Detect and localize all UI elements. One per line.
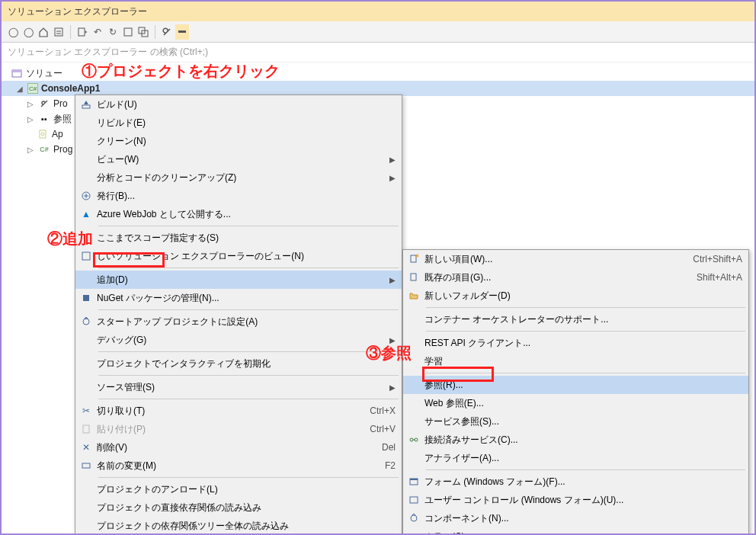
expander-icon[interactable]: ▷ [26, 146, 35, 154]
wrench-icon [38, 98, 50, 110]
svg-rect-22 [410, 479, 418, 480]
menu-separator [98, 226, 399, 226]
usercontrol-icon [403, 495, 424, 505]
menu-scope[interactable]: ここまでスコープ指定する(S) [75, 229, 402, 247]
submenu-webref[interactable]: Web 参照(E)... [403, 394, 748, 412]
menu-rebuild[interactable]: リビルド(E) [75, 114, 402, 132]
menu-separator [426, 307, 745, 308]
csfile-icon: C# [38, 143, 50, 155]
menu-rename[interactable]: 名前の変更(M) F2 [75, 457, 402, 475]
publish-icon [75, 191, 97, 201]
expander-icon[interactable]: ▷ [26, 100, 35, 108]
newitem-icon [403, 254, 424, 264]
context-menu: ビルド(U) リビルド(E) クリーン(N) ビュー(W) ▶ 分析とコードのク… [75, 95, 402, 535]
forward-icon[interactable]: ◯ [21, 25, 35, 39]
menu-view[interactable]: ビュー(W) ▶ [75, 150, 402, 168]
expander-icon[interactable]: ◢ [15, 85, 24, 93]
undo-icon[interactable]: ↶ [91, 25, 104, 39]
menu-separator [98, 375, 399, 376]
menu-separator [98, 351, 399, 352]
menu-deps[interactable]: プロジェクトの直接依存関係の読み込み [75, 498, 402, 517]
menu-debug[interactable]: デバッグ(G) ▶ [75, 331, 402, 349]
separator [155, 25, 155, 39]
svg-rect-15 [83, 425, 89, 433]
home-icon[interactable] [37, 25, 50, 39]
menu-analyze[interactable]: 分析とコードのクリーンアップ(Z) ▶ [75, 168, 402, 187]
menu-startup[interactable]: スタートアップ プロジェクトに設定(A) [75, 312, 402, 331]
svg-rect-1 [78, 28, 85, 36]
refresh-icon[interactable]: ↻ [106, 25, 120, 39]
menu-interactive[interactable]: プロジェクトでインタラクティブを初期化 [75, 354, 402, 373]
submenu-existingitem[interactable]: 既存の項目(G)... Shift+Alt+A [403, 268, 748, 287]
submenu-ml[interactable]: 学習 [403, 352, 748, 370]
menu-separator [426, 469, 745, 470]
menu-separator [98, 477, 399, 478]
existingitem-icon [403, 272, 424, 283]
svg-rect-23 [410, 497, 418, 503]
svg-rect-18 [411, 274, 416, 280]
menu-separator [426, 373, 745, 373]
expander-icon[interactable]: ▷ [26, 115, 35, 123]
toolbar: ◯ ◯ ↶ ↻ [2, 21, 754, 43]
showall-icon[interactable] [136, 25, 150, 39]
menu-source[interactable]: ソース管理(S) ▶ [75, 378, 402, 396]
submenu-container[interactable]: コンテナー オーケストレーターのサポート... [403, 310, 748, 328]
svg-rect-12 [82, 252, 90, 260]
menu-add[interactable]: 追加(D) ▶ [75, 271, 402, 289]
class-icon [403, 531, 424, 535]
solution-icon [11, 67, 23, 79]
svg-rect-5 [178, 30, 186, 33]
menu-build[interactable]: ビルド(U) [75, 95, 402, 114]
reference-icon: ▪▪ [38, 113, 50, 125]
submenu-newfolder[interactable]: 新しいフォルダー(D) [403, 287, 748, 305]
solution-node[interactable]: ソリュー [2, 66, 754, 81]
collapse-icon[interactable] [121, 25, 135, 39]
submenu-component[interactable]: コンポーネント(N)... [403, 509, 748, 527]
submenu-connected[interactable]: 接続済みサービス(C)... [403, 431, 748, 449]
menu-depstree[interactable]: プロジェクトの依存関係ツリー全体の読み込み [75, 517, 402, 535]
build-icon [75, 99, 97, 110]
menu-clean[interactable]: クリーン(N) [75, 132, 402, 150]
menu-azure[interactable]: ▲ Azure WebJob として公開する... [75, 205, 402, 223]
node-label: Ap [52, 129, 63, 139]
submenu-usercontrol[interactable]: ユーザー コントロール (Windows フォーム)(U)... [403, 491, 748, 509]
dropdown-icon[interactable] [75, 25, 89, 39]
svg-rect-0 [55, 28, 62, 36]
submenu-analyzer[interactable]: アナライザー(A)... [403, 449, 748, 467]
search-box[interactable]: ソリューション エクスプローラー の検索 (Ctrl+;) [2, 43, 754, 62]
menu-cut[interactable]: ✂ 切り取り(T) Ctrl+X [75, 402, 402, 420]
project-label: ConsoleApp1 [41, 83, 100, 94]
connected-icon [403, 434, 424, 445]
menu-separator [426, 331, 745, 332]
menu-nuget[interactable]: NuGet パッケージの管理(N)... [75, 289, 402, 307]
paste-icon [75, 424, 97, 434]
title-bar: ソリューション エクスプローラー [2, 2, 754, 21]
separator [70, 25, 71, 39]
submenu-arrow-icon: ▶ [385, 383, 396, 392]
csharp-icon: C# [27, 83, 38, 94]
sync-icon[interactable] [52, 25, 66, 39]
submenu-class[interactable]: クラス(C)... [403, 527, 748, 535]
submenu-restapi[interactable]: REST API クライアント... [403, 334, 748, 352]
menu-publish[interactable]: 発行(B)... [75, 187, 402, 205]
menu-newview[interactable]: しいソリューション エクスプローラーのビュー(N) [75, 247, 402, 265]
submenu-serviceref[interactable]: サービス参照(S)... [403, 412, 748, 431]
back-icon[interactable]: ◯ [6, 25, 20, 39]
svg-rect-2 [124, 28, 132, 36]
submenu-reference[interactable]: 参照(R)... [403, 376, 748, 394]
delete-icon: ✕ [75, 442, 97, 453]
wrench-icon[interactable] [160, 25, 174, 39]
menu-separator [98, 399, 399, 399]
submenu-form[interactable]: フォーム (Windows フォーム)(F)... [403, 473, 748, 491]
preview-icon[interactable] [175, 24, 189, 40]
submenu-arrow-icon: ▶ [385, 155, 396, 164]
submenu-newitem[interactable]: 新しい項目(W)... Ctrl+Shift+A [403, 250, 748, 268]
project-node[interactable]: ◢ C# ConsoleApp1 [2, 81, 754, 96]
menu-unload[interactable]: プロジェクトのアンロード(L) [75, 480, 402, 498]
svg-point-24 [411, 515, 417, 521]
svg-point-14 [83, 319, 89, 325]
menu-separator [98, 309, 399, 310]
view-icon [75, 251, 97, 261]
component-icon [403, 513, 424, 524]
menu-delete[interactable]: ✕ 削除(V) Del [75, 438, 402, 457]
